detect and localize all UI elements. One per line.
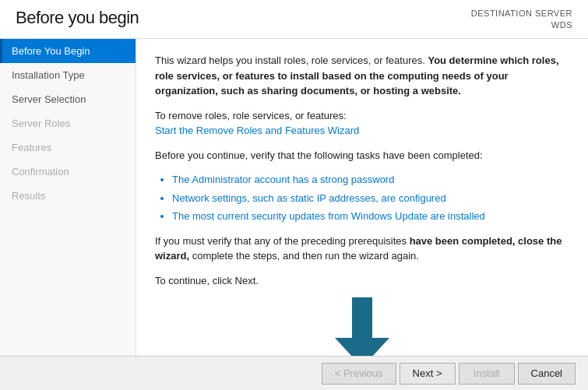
- svg-rect-0: [352, 297, 372, 340]
- bullet-item-1: The Administrator account has a strong p…: [172, 172, 569, 188]
- install-button[interactable]: Install: [459, 363, 515, 385]
- bullet-item-3: The most current security updates from W…: [172, 209, 569, 224]
- destination-name: WDS: [471, 19, 572, 31]
- svg-marker-1: [335, 338, 389, 356]
- down-arrow-icon: [335, 297, 389, 356]
- next-button[interactable]: Next >: [400, 363, 456, 385]
- header: Before you begin DESTINATION SERVER WDS: [0, 0, 588, 39]
- remove-wizard-link[interactable]: Start the Remove Roles and Features Wiza…: [155, 125, 359, 136]
- bullet-list: The Administrator account has a strong p…: [155, 172, 569, 224]
- content-body: This wizard helps you install roles, rol…: [155, 53, 569, 356]
- main-area: Before You Begin Installation Type Serve…: [0, 39, 588, 356]
- sidebar-item-confirmation: Confirmation: [0, 160, 136, 184]
- arrow-indicator: [155, 297, 569, 356]
- sidebar-item-features: Features: [0, 135, 136, 160]
- sidebar-item-before-you-begin[interactable]: Before You Begin: [0, 39, 136, 63]
- footer: < Previous Next > Install Cancel: [0, 356, 588, 390]
- remove-paragraph: To remove roles, role services, or featu…: [155, 108, 569, 139]
- bullet-item-2: Network settings, such as static IP addr…: [172, 191, 569, 206]
- sidebar-item-results: Results: [0, 184, 136, 208]
- prereq-paragraph: If you must verify that any of the prece…: [155, 234, 569, 264]
- destination-info: DESTINATION SERVER WDS: [471, 8, 572, 32]
- sidebar-item-server-roles: Server Roles: [0, 111, 136, 135]
- previous-button[interactable]: < Previous: [322, 363, 396, 385]
- verify-paragraph: Before you continue, verify that the fol…: [155, 148, 569, 163]
- sidebar-item-installation-type[interactable]: Installation Type: [0, 63, 136, 87]
- continue-paragraph: To continue, click Next.: [155, 273, 569, 289]
- destination-label: DESTINATION SERVER: [471, 8, 572, 19]
- content-area: This wizard helps you install roles, rol…: [136, 39, 588, 356]
- sidebar: Before You Begin Installation Type Serve…: [0, 39, 136, 356]
- intro-paragraph: This wizard helps you install roles, rol…: [155, 53, 569, 99]
- sidebar-item-server-selection[interactable]: Server Selection: [0, 87, 136, 111]
- page-title: Before you begin: [16, 8, 139, 28]
- cancel-button[interactable]: Cancel: [518, 363, 576, 385]
